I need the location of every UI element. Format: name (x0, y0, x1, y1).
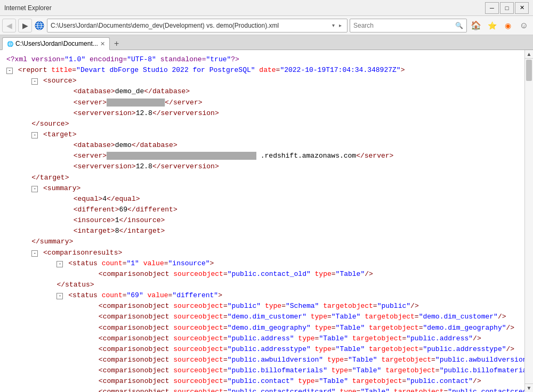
collapse-report[interactable]: - (6, 68, 13, 74)
xml-line-target-db: <database>demo</database> (6, 140, 518, 151)
xml-line-target-server: <server>████████████████████████████████… (6, 151, 518, 161)
xml-co-contact: <comparisonobject sourceobject="public.c… (6, 376, 518, 387)
search-input[interactable] (353, 22, 455, 29)
tab-page-icon: 🌐 (7, 41, 13, 47)
address-text: C:\Users\Jordan\Documents\demo_dev(Devel… (51, 22, 330, 29)
xml-line-status-insource-open: - <status count="1" value="insource"> (6, 258, 518, 269)
xml-co-dim-customer: <comparisonobject sourceobject="demo.dim… (6, 312, 518, 322)
xml-line-equal: <equal>4</equal> (6, 194, 518, 205)
xml-co-contactcreditcard: <comparisonobject sourceobject="public.c… (6, 387, 518, 392)
xml-line-summary-open: - <summary> (6, 183, 518, 194)
close-button[interactable]: ✕ (515, 2, 529, 14)
maximize-button[interactable]: □ (500, 2, 514, 14)
xml-viewer[interactable]: <?xml version="1.0" encoding="UTF-8" sta… (0, 50, 524, 392)
xml-line-source-open: - <source> (6, 76, 518, 86)
smiley-icon[interactable]: ☺ (517, 19, 531, 32)
address-go-arrow[interactable]: ▸ (337, 22, 344, 28)
minimize-button[interactable]: ─ (485, 2, 499, 14)
tab-close-button[interactable]: ✕ (100, 40, 105, 47)
home-icon[interactable]: 🏠 (469, 19, 483, 32)
xml-line-target-open: - <target> (6, 129, 518, 140)
content-area: <?xml version="1.0" encoding="UTF-8" sta… (0, 50, 533, 392)
xml-line-co-contact-old: <comparisonobject sourceobject="public.c… (6, 269, 518, 280)
address-dropdown-arrow[interactable]: ▾ (330, 22, 337, 28)
back-button[interactable]: ◀ (2, 19, 16, 32)
collapse-source[interactable]: - (31, 78, 38, 85)
nav-bar: ◀ ▶ C:\Users\Jordan\Documents\demo_dev(D… (0, 16, 533, 35)
xml-line-source-close: </source> (6, 119, 518, 129)
rss-icon[interactable]: ◉ (501, 19, 515, 32)
address-bar[interactable]: C:\Users\Jordan\Documents\demo_dev(Devel… (47, 19, 348, 32)
scroll-track[interactable] (525, 59, 533, 383)
collapse-cr[interactable]: - (31, 250, 38, 257)
xml-co-public-schema: <comparisonobject sourceobject="public" … (6, 301, 518, 312)
title-bar: Internet Explorer ─ □ ✕ (0, 0, 533, 16)
tab-bar: 🌐 C:\Users\Jordan\Document... ✕ + (0, 35, 533, 50)
collapse-status-insource[interactable]: - (56, 261, 63, 267)
xml-line-1: <?xml version="1.0" encoding="UTF-8" sta… (6, 54, 518, 65)
favorites-icon[interactable]: ⭐ (485, 19, 499, 32)
collapse-summary[interactable]: - (31, 186, 38, 192)
xml-co-addresstype: <comparisonobject sourceobject="public.a… (6, 344, 518, 355)
xml-line-summary-close: </summary> (6, 236, 518, 247)
toolbar-right: 🏠 ⭐ ◉ ☺ (469, 19, 531, 32)
tab-xml-file[interactable]: 🌐 C:\Users\Jordan\Document... ✕ (2, 37, 110, 50)
xml-line-source-db: <database>demo_de</database> (6, 86, 518, 97)
xml-line-insource: <insource>1</insource> (6, 215, 518, 226)
search-bar[interactable]: 🔍 (350, 19, 467, 32)
collapse-status-different[interactable]: - (56, 293, 63, 299)
xml-line-different: <different>69</different> (6, 205, 518, 215)
new-tab-button[interactable]: + (111, 38, 123, 50)
xml-line-source-serverversion: <serverversion>12.8</serverversion> (6, 108, 518, 119)
xml-line-2: - <report title="Devart dbForge Studio 2… (6, 65, 518, 76)
xml-line-target-close: </target> (6, 173, 518, 183)
xml-co-dim-geography: <comparisonobject sourceobject="demo.dim… (6, 323, 518, 333)
tab-label: C:\Users\Jordan\Document... (15, 40, 98, 47)
scroll-thumb[interactable] (526, 60, 532, 81)
xml-line-cr-open: - <comparisonresults> (6, 248, 518, 258)
xml-co-awbuildversion: <comparisonobject sourceobject="public.a… (6, 355, 518, 365)
scroll-down-button[interactable]: ▼ (525, 383, 534, 392)
xml-line-source-server: <server>███ ███ ███ ██</server> (6, 97, 518, 108)
scroll-up-button[interactable]: ▲ (525, 50, 534, 59)
xml-co-address: <comparisonobject sourceobject="public.a… (6, 333, 518, 344)
title-bar-text: Internet Explorer (4, 4, 52, 12)
search-icon: 🔍 (455, 22, 463, 29)
vertical-scrollbar[interactable]: ▲ ▼ (524, 50, 533, 392)
window-controls[interactable]: ─ □ ✕ (485, 2, 529, 14)
xml-co-billofmaterials: <comparisonobject sourceobject="public.b… (6, 365, 518, 376)
xml-line-status-different-open: - <status count="69" value="different"> (6, 290, 518, 301)
xml-line-intarget: <intarget>8</intarget> (6, 226, 518, 236)
forward-button[interactable]: ▶ (18, 19, 32, 32)
xml-line-target-serverversion: <serverversion>12.8</serverversion> (6, 161, 518, 172)
xml-line-status-insource-close: </status> (6, 280, 518, 290)
browser-icon (34, 20, 45, 31)
collapse-target[interactable]: - (31, 132, 38, 138)
